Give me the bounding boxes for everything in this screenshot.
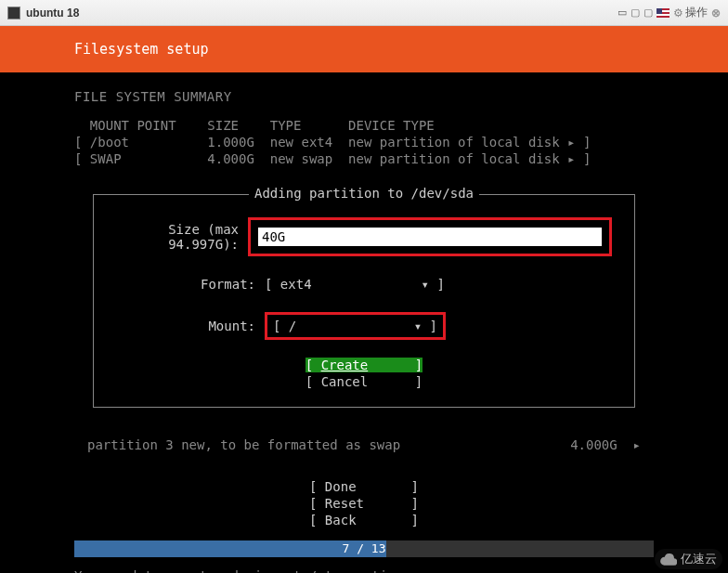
size-highlight [248,217,612,256]
cancel-button[interactable]: [ Cancel ] [306,374,422,389]
mount-label: Mount: [116,319,265,333]
filesystem-summary-table: MOUNT POINT SIZE TYPE DEVICE TYPE [ /boo… [74,117,654,168]
progress-fill [74,540,386,557]
dialog-title: Adding partition to /dev/sda [249,186,479,201]
chevron-right-icon: ▸ [567,135,575,150]
progress-text: 7 / 13 [343,541,386,555]
table-header-row: MOUNT POINT SIZE TYPE DEVICE TYPE [74,117,654,134]
section-title: FILE SYSTEM SUMMARY [74,89,654,104]
chevron-down-icon: ▾ [422,277,429,292]
bottom-buttons: [ Done ] [ Reset ] [ Back ] [74,478,654,529]
close-icon[interactable]: ⊗ [711,7,721,20]
app-icon [7,7,20,20]
maximize-icon[interactable]: ▢ [644,7,653,19]
table-row[interactable]: [ /boot 1.000G new ext4 new partition of… [74,134,654,150]
done-button[interactable]: [ Done ] [74,478,654,495]
table-row[interactable]: [ SWAP 4.000G new swap new partition of … [74,150,654,167]
window-title: ubuntu 18 [26,7,79,20]
reset-button[interactable]: [ Reset ] [74,495,654,512]
flag-icon[interactable] [656,8,670,18]
page-header: Filesystem setup [0,26,728,72]
operate-label[interactable]: 操作 [685,5,708,20]
progress-bar: 7 / 13 [74,540,654,557]
partition-summary-line[interactable]: partition 3 new, to be formatted as swap… [87,437,641,452]
minimize-icon[interactable]: ▢ [630,7,640,19]
watermark: 亿速云 [655,549,722,569]
vm-titlebar: ubuntu 18 ▭ ▢ ▢ ⚙ 操作 ⊗ [0,0,728,26]
page-title: Filesystem setup [74,41,209,58]
installer-screen: Filesystem setup FILE SYSTEM SUMMARY MOU… [0,26,728,573]
chevron-down-icon: ▾ [414,319,422,333]
back-button[interactable]: [ Back ] [74,512,654,528]
display-icon[interactable]: ▭ [618,7,627,19]
progress-wrap: 7 / 13 [0,540,728,557]
partition-size: 4.000G ▸ [570,437,641,452]
create-button[interactable]: [ Create ] [306,358,422,372]
mount-select[interactable]: [ / ▾ ] [273,319,437,333]
format-select[interactable]: [ ext4 ▾ ] [265,277,445,292]
chevron-right-icon: ▸ [633,437,641,452]
partition-desc: partition 3 new, to be formatted as swap [87,437,400,452]
chevron-right-icon: ▸ [567,151,575,166]
add-partition-dialog: Adding partition to /dev/sda Size (max 9… [93,194,635,408]
hint-text: You need to mount a device at / to conti… [74,568,728,574]
gear-icon[interactable]: ⚙ [673,7,683,20]
format-label: Format: [116,277,265,292]
size-input[interactable] [258,228,602,246]
cloud-icon [660,553,677,566]
mount-highlight: [ / ▾ ] [265,312,446,340]
size-label: Size (max 94.997G): [116,222,248,252]
